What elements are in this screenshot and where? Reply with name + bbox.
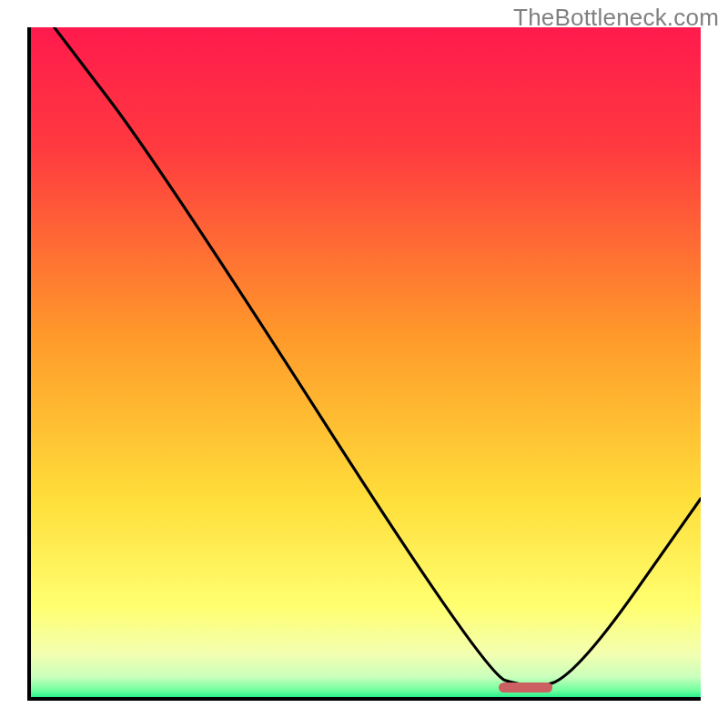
x-axis-line bbox=[27, 697, 701, 701]
chart-frame: TheBottleneck.com bbox=[0, 0, 728, 728]
y-axis-line bbox=[27, 27, 31, 701]
plot-area bbox=[27, 27, 701, 701]
optimal-marker bbox=[499, 682, 552, 693]
watermark-text: TheBottleneck.com bbox=[513, 4, 719, 32]
bottleneck-curve bbox=[27, 27, 701, 701]
